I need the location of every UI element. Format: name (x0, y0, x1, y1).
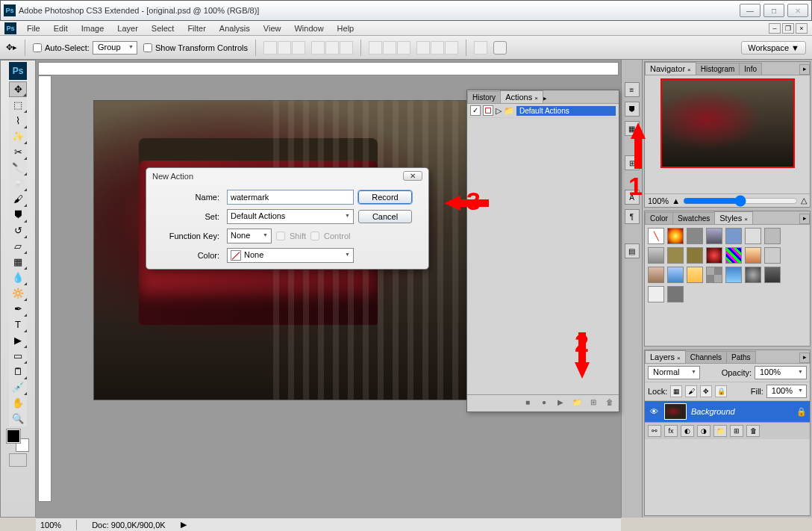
adjustment-layer-icon[interactable]: ◑ (697, 425, 710, 437)
style-swatch[interactable] (667, 228, 684, 244)
fkey-dropdown[interactable]: None (227, 229, 272, 243)
align-top-icon[interactable] (263, 41, 277, 55)
status-arrow-icon[interactable]: ▶ (181, 520, 187, 530)
layers-menu-icon[interactable]: ▸ (799, 353, 810, 363)
hand-tool[interactable]: ✋ (9, 395, 27, 411)
close-button[interactable]: ✕ (787, 4, 808, 17)
doc-restore-button[interactable]: ❐ (782, 23, 794, 34)
history-brush-tool[interactable]: ↺ (9, 223, 27, 238)
style-swatch[interactable] (648, 247, 664, 264)
dialog-close-button[interactable]: ✕ (403, 171, 422, 181)
dock-toolpresets-icon[interactable]: ▦ (625, 121, 640, 136)
menu-filter[interactable]: Filter (181, 22, 211, 34)
new-group-icon[interactable]: 📁 (713, 425, 727, 437)
style-swatch[interactable] (706, 247, 722, 264)
lasso-tool[interactable]: ⌇ (9, 113, 27, 128)
zoom-tool[interactable]: 🔍 (9, 411, 27, 426)
dock-brushes-icon[interactable]: ≡ (625, 82, 640, 97)
new-layer-icon[interactable]: ⊞ (730, 425, 743, 437)
color-dropdown[interactable]: None (227, 248, 354, 263)
move-tool[interactable]: ✥ (9, 81, 27, 97)
style-swatch[interactable] (706, 267, 722, 283)
tab-swatches[interactable]: Swatches (672, 212, 715, 224)
lock-transparency-icon[interactable]: ▦ (670, 385, 682, 397)
layer-mask-icon[interactable]: ◐ (681, 425, 694, 437)
eraser-tool[interactable]: ▱ (9, 238, 27, 254)
align-vcenter-icon[interactable] (278, 41, 291, 55)
distribute-right-icon[interactable] (445, 41, 458, 55)
tab-styles[interactable]: Styles× (714, 211, 753, 224)
menu-edit[interactable]: Edit (48, 22, 74, 34)
style-swatch[interactable] (706, 228, 722, 244)
wand-tool[interactable]: ✨ (9, 128, 27, 144)
style-swatch[interactable] (745, 267, 761, 283)
distribute-left-icon[interactable] (416, 41, 430, 55)
style-swatch[interactable] (667, 247, 684, 264)
stop-icon[interactable]: ■ (522, 398, 534, 409)
action-set-row[interactable]: ✓ ▷ 📁 Default Actions (467, 104, 619, 118)
fill-input[interactable]: 100% (766, 385, 807, 398)
tab-info[interactable]: Info (739, 63, 762, 75)
cancel-button[interactable]: Cancel (358, 210, 412, 223)
path-select-tool[interactable]: ▶ (9, 332, 27, 348)
layer-style-icon[interactable]: fx (664, 425, 678, 437)
play-icon[interactable]: ▶ (555, 398, 566, 409)
layer-row-background[interactable]: 👁 Background 🔒 (645, 401, 810, 422)
action-dialog-toggle[interactable] (483, 105, 493, 116)
record-icon[interactable]: ● (538, 398, 550, 409)
auto-select-checkbox[interactable] (33, 43, 42, 52)
auto-select-dropdown[interactable]: Group (93, 41, 137, 55)
distribute-bottom-icon[interactable] (397, 41, 410, 55)
crop-tool[interactable]: ✂ (9, 144, 27, 160)
menu-view[interactable]: View (257, 22, 287, 34)
auto-align-icon[interactable] (474, 41, 487, 55)
tab-histogram[interactable]: Histogram (696, 63, 740, 75)
style-swatch[interactable] (687, 247, 703, 264)
tab-history[interactable]: History (467, 91, 501, 103)
align-right-icon[interactable] (340, 41, 353, 55)
style-swatch[interactable] (687, 228, 703, 244)
marquee-tool[interactable]: ⬚ (9, 97, 27, 113)
menu-layer[interactable]: Layer (111, 22, 144, 34)
record-button[interactable]: Record (358, 190, 412, 204)
color-swatch[interactable] (7, 429, 29, 452)
workspace-icon[interactable] (493, 41, 507, 55)
dock-layercomps-icon[interactable]: ⊞ (625, 155, 640, 170)
tab-channels[interactable]: Channels (685, 351, 727, 363)
shape-tool[interactable]: ▭ (9, 348, 27, 364)
heal-tool[interactable]: 🩹 (9, 176, 27, 191)
new-action-icon[interactable]: ⊞ (587, 398, 599, 409)
dock-paragraph-icon[interactable]: ¶ (625, 209, 640, 224)
tab-layers[interactable]: Layers× (645, 350, 686, 363)
visibility-icon[interactable]: 👁 (648, 406, 660, 417)
delete-action-icon[interactable]: 🗑 (604, 398, 616, 409)
tab-navigator[interactable]: Navigator× (645, 62, 696, 75)
menu-image[interactable]: Image (75, 22, 110, 34)
set-dropdown[interactable]: Default Actions (227, 209, 354, 224)
zoom-out-icon[interactable]: ▲ (672, 196, 680, 205)
brush-tool[interactable]: 🖌 (9, 191, 27, 207)
style-swatch[interactable] (725, 267, 742, 283)
align-hcenter-icon[interactable] (325, 41, 339, 55)
expand-icon[interactable]: ▷ (496, 106, 502, 116)
pen-tool[interactable]: ✒ (9, 301, 27, 317)
distribute-hcenter-icon[interactable] (431, 41, 444, 55)
menu-file[interactable]: File (21, 22, 46, 34)
style-swatch[interactable] (745, 247, 761, 264)
name-input[interactable] (227, 190, 354, 205)
dock-measurement-icon[interactable]: ▤ (625, 243, 640, 258)
styles-menu-icon[interactable]: ▸ (799, 214, 810, 224)
gradient-tool[interactable]: ▦ (9, 254, 27, 270)
align-left-icon[interactable] (311, 41, 325, 55)
lock-position-icon[interactable]: ✥ (700, 385, 712, 397)
type-tool[interactable]: T (9, 317, 27, 332)
menu-window[interactable]: Window (288, 22, 329, 34)
blur-tool[interactable]: 💧 (9, 270, 27, 285)
dock-character-icon[interactable]: A (625, 190, 640, 205)
lock-pixels-icon[interactable]: 🖌 (685, 385, 697, 397)
opacity-input[interactable]: 100% (755, 366, 807, 379)
foreground-color[interactable] (7, 429, 20, 443)
align-bottom-icon[interactable] (292, 41, 305, 55)
doc-close-button[interactable]: × (796, 23, 808, 34)
layer-thumbnail[interactable] (664, 403, 687, 420)
